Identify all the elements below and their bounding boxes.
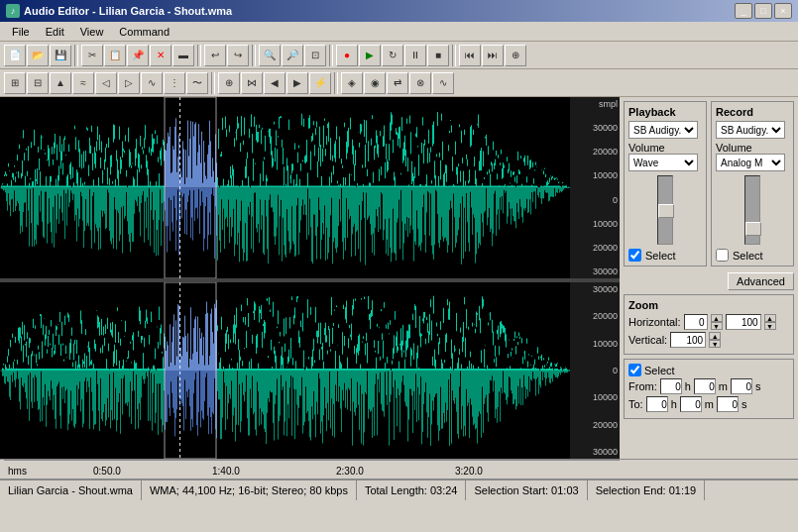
menu-edit[interactable]: Edit <box>38 24 72 40</box>
toolbar-sep-1 <box>74 45 78 66</box>
loop-button[interactable]: ↻ <box>382 45 403 66</box>
scale-label-smpl: smpl <box>599 99 618 109</box>
import-button[interactable]: ⊕ <box>505 45 526 66</box>
playback-select-row: Select <box>628 249 702 262</box>
play-button[interactable]: ▶ <box>359 45 381 66</box>
toolbar-sep-2 <box>197 45 201 66</box>
maximize-button[interactable]: □ <box>754 3 772 19</box>
record-select-checkbox[interactable] <box>716 249 729 262</box>
scale-label-b10000-1: 10000 <box>593 339 618 349</box>
zoom-horiz-down[interactable]: ▼ <box>764 322 776 330</box>
select-all-button[interactable]: ⊞ <box>4 72 26 94</box>
eq-button[interactable]: ≈ <box>72 72 94 94</box>
reverse-button[interactable]: ◀ <box>264 72 285 94</box>
close-button[interactable]: × <box>774 3 792 19</box>
mix-button[interactable]: ⊕ <box>218 72 240 94</box>
playback-volume-slider[interactable] <box>657 175 673 245</box>
zoom-left-spin[interactable]: ▲ ▼ <box>711 314 723 330</box>
noise-button[interactable]: ∿ <box>141 72 163 94</box>
delete-button[interactable]: ✕ <box>150 45 171 66</box>
channel-merge-button[interactable]: ⊗ <box>409 72 431 94</box>
spectrum-button[interactable]: ⋮ <box>164 72 185 94</box>
waveform-section: smpl 30000 20000 10000 0 10000 20000 300… <box>0 97 620 459</box>
prev-button[interactable]: ⏮ <box>459 45 481 66</box>
to-h-label: h <box>671 398 677 410</box>
record-device-select[interactable]: SB Audigy. <box>716 121 785 139</box>
zoom-in-button[interactable]: 🔎 <box>282 45 303 66</box>
zoom-horizontal-input[interactable] <box>726 314 761 330</box>
new-button[interactable]: 📄 <box>4 45 26 66</box>
from-m-input[interactable] <box>694 378 716 394</box>
next-button[interactable]: ⏭ <box>482 45 504 66</box>
fade-in-button[interactable]: ◁ <box>95 72 117 94</box>
waveform-top-canvas[interactable] <box>0 97 570 278</box>
silence-button[interactable]: ▬ <box>172 45 194 66</box>
zoom-vert-down[interactable]: ▼ <box>709 340 721 348</box>
status-sel-start: Selection Start: 01:03 <box>466 480 587 500</box>
zoom-left-down[interactable]: ▼ <box>711 322 723 330</box>
to-m-input[interactable] <box>680 396 702 412</box>
paste-button[interactable]: 📌 <box>127 45 149 66</box>
menu-view[interactable]: View <box>72 24 112 40</box>
zoom-full-button[interactable]: ⊡ <box>304 45 326 66</box>
scale-label-0-1: 0 <box>613 195 618 205</box>
playback-select-checkbox[interactable] <box>628 249 641 262</box>
zoom-vert-up[interactable]: ▲ <box>709 332 721 340</box>
select-panel-checkbox[interactable] <box>628 364 641 376</box>
toolbar2-sep-1 <box>211 72 215 94</box>
pause-button[interactable]: ⏸ <box>404 45 426 66</box>
status-filename: Lilian Garcia - Shout.wma <box>0 480 142 500</box>
waveform-bottom[interactable]: 30000 20000 10000 0 10000 20000 30000 <box>0 282 620 459</box>
open-button[interactable]: 📂 <box>27 45 49 66</box>
titlebar-buttons[interactable]: _ □ × <box>735 3 792 19</box>
advanced-button[interactable]: Advanced <box>728 272 794 290</box>
playback-slider-thumb[interactable] <box>658 204 674 218</box>
to-s-input[interactable] <box>717 396 739 412</box>
split-button[interactable]: ⋈ <box>241 72 263 94</box>
select-panel-label: Select <box>644 365 675 376</box>
fade-out-button[interactable]: ▷ <box>118 72 140 94</box>
zoom-left-up[interactable]: ▲ <box>711 314 723 322</box>
wave-button[interactable]: 〜 <box>186 72 208 94</box>
record-button[interactable]: ● <box>336 45 358 66</box>
channel-swap-button[interactable]: ⇄ <box>387 72 408 94</box>
zoom-out-button[interactable]: 🔍 <box>259 45 281 66</box>
select-none-button[interactable]: ⊟ <box>27 72 49 94</box>
redo-button[interactable]: ↪ <box>227 45 249 66</box>
save-button[interactable]: 💾 <box>50 45 71 66</box>
waveform-bottom-canvas[interactable] <box>0 282 570 459</box>
playback-volume-type-select[interactable]: Wave <box>628 154 698 171</box>
record-panel: Record SB Audigy. Volume Analog M Select <box>711 101 794 266</box>
statusbar: Lilian Garcia - Shout.wma WMA; 44,100 Hz… <box>0 479 798 500</box>
timeline-label-3: 2:30.0 <box>336 466 364 477</box>
timeline-label-2: 1:40.0 <box>212 466 240 477</box>
record-volume-type-select[interactable]: Analog M <box>716 154 785 171</box>
copy-button[interactable]: 📋 <box>104 45 126 66</box>
channel-left-button[interactable]: ◈ <box>341 72 363 94</box>
playback-device-select[interactable]: SB Audigy. <box>628 121 698 139</box>
normalize-button[interactable]: ▲ <box>50 72 71 94</box>
stop-button[interactable]: ■ <box>427 45 449 66</box>
scale-label-b30000-2: 30000 <box>593 447 618 457</box>
forward-button[interactable]: ▶ <box>286 72 308 94</box>
undo-button[interactable]: ↩ <box>204 45 226 66</box>
menu-command[interactable]: Command <box>111 24 177 40</box>
zoom-vertical-input[interactable] <box>670 332 706 348</box>
from-s-label: s <box>755 380 761 392</box>
waveform-view-button[interactable]: ∿ <box>432 72 454 94</box>
zoom-horizontal-spin[interactable]: ▲ ▼ <box>764 314 776 330</box>
speed-button[interactable]: ⚡ <box>309 72 331 94</box>
zoom-horiz-up[interactable]: ▲ <box>764 314 776 322</box>
to-h-input[interactable] <box>646 396 668 412</box>
record-volume-slider[interactable] <box>744 175 760 245</box>
zoom-vertical-spin[interactable]: ▲ ▼ <box>709 332 721 348</box>
from-s-input[interactable] <box>731 378 752 394</box>
channel-right-button[interactable]: ◉ <box>364 72 386 94</box>
cut-button[interactable]: ✂ <box>81 45 103 66</box>
menu-file[interactable]: File <box>4 24 38 40</box>
from-h-input[interactable] <box>660 378 682 394</box>
zoom-left-input[interactable] <box>684 314 708 330</box>
minimize-button[interactable]: _ <box>735 3 752 19</box>
waveform-top[interactable]: smpl 30000 20000 10000 0 10000 20000 300… <box>0 97 620 278</box>
record-slider-thumb[interactable] <box>745 222 761 236</box>
